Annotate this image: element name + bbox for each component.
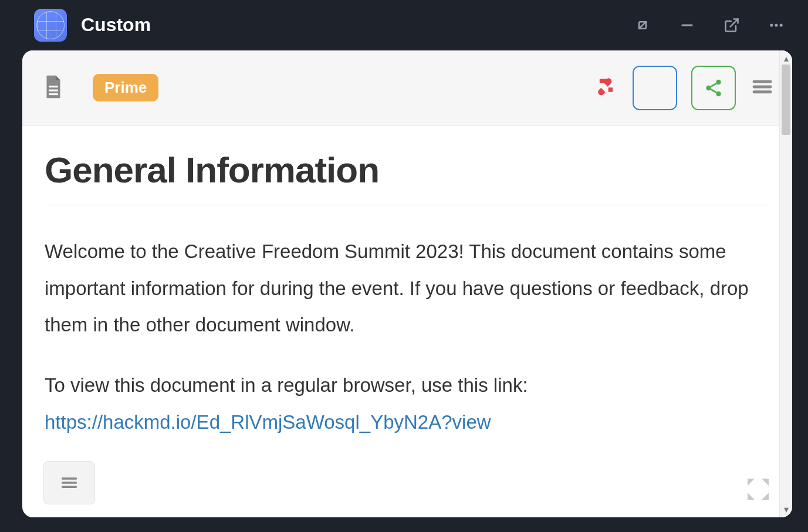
maximize-button[interactable] xyxy=(634,17,651,33)
prime-badge[interactable]: Prime xyxy=(93,74,158,101)
minimize-icon xyxy=(679,17,695,33)
fullscreen-icon xyxy=(744,475,772,503)
scrollbar-thumb[interactable] xyxy=(782,65,790,135)
intro-paragraph: Welcome to the Creative Freedom Summit 2… xyxy=(45,233,770,344)
list-icon xyxy=(59,473,79,493)
document-icon[interactable] xyxy=(40,72,67,104)
external-link-icon xyxy=(724,17,740,33)
fullscreen-button[interactable] xyxy=(744,475,772,506)
expand-diagonal-icon xyxy=(634,17,651,33)
svg-point-7 xyxy=(706,85,711,90)
hamburger-menu-button[interactable] xyxy=(750,74,775,101)
document-toolbar: Prime xyxy=(22,50,792,126)
menu-icon xyxy=(750,74,775,99)
svg-point-8 xyxy=(716,91,721,96)
svg-point-2 xyxy=(780,23,783,26)
share-icon xyxy=(704,78,724,98)
svg-rect-3 xyxy=(49,86,58,87)
svg-point-6 xyxy=(716,79,721,84)
scroll-down-arrow-icon[interactable]: ▾ xyxy=(784,504,789,515)
window-title-bar: Custom xyxy=(0,0,808,50)
svg-point-0 xyxy=(770,23,773,26)
title-left: Custom xyxy=(34,9,151,42)
more-menu-button[interactable] xyxy=(768,17,785,33)
scroll-up-arrow-icon[interactable]: ▴ xyxy=(784,53,789,64)
document-view-link[interactable]: https://hackmd.io/Ed_RlVmjSaWosql_YbyN2A… xyxy=(45,411,491,433)
plug-icon xyxy=(594,74,618,99)
page-heading: General Information xyxy=(45,149,770,191)
window-title: Custom xyxy=(81,14,151,36)
content-pane: Prime General Information Welcome to the… xyxy=(22,50,792,517)
popout-button[interactable] xyxy=(724,17,740,33)
document-body: General Information Welcome to the Creat… xyxy=(22,126,792,517)
view-mode-button[interactable] xyxy=(633,66,677,110)
share-button[interactable] xyxy=(691,66,736,110)
svg-point-1 xyxy=(775,23,777,26)
link-paragraph: To view this document in a regular brows… xyxy=(45,367,770,440)
app-globe-icon xyxy=(34,9,67,42)
dots-horizontal-icon xyxy=(768,17,785,33)
title-controls xyxy=(634,17,785,33)
file-text-icon xyxy=(40,72,67,101)
vertical-scrollbar[interactable]: ▴ ▾ xyxy=(779,50,792,517)
toc-toggle-button[interactable] xyxy=(43,461,95,504)
heading-divider xyxy=(45,205,770,205)
svg-rect-5 xyxy=(49,93,58,95)
connection-status-icon[interactable] xyxy=(594,74,618,101)
svg-rect-4 xyxy=(49,89,58,91)
link-paragraph-prefix: To view this document in a regular brows… xyxy=(45,374,528,396)
minimize-button[interactable] xyxy=(679,17,695,33)
